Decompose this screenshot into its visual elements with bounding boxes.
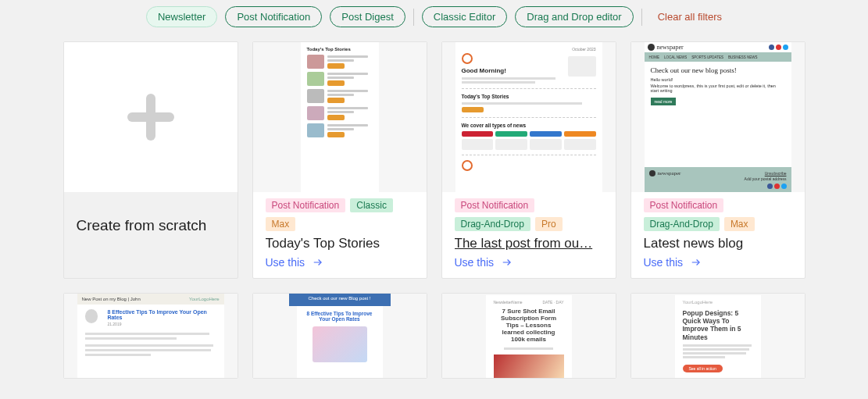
card-template-top-stories[interactable]: Today's Top Stories Post Notification Cl… bbox=[252, 41, 427, 279]
scratch-preview bbox=[64, 42, 238, 192]
filter-chip-post-digest[interactable]: Post Digest bbox=[330, 6, 405, 27]
card-template-latest-news[interactable]: newspaper HOME LOCAL NEWS SPORTS UPDATES… bbox=[630, 41, 805, 279]
tag: Max bbox=[724, 217, 755, 231]
scratch-title: Create from scratch bbox=[64, 192, 238, 234]
template-preview: Today's Top Stories bbox=[253, 42, 427, 192]
use-this-link[interactable]: Use this bbox=[644, 256, 792, 269]
preview-section: We cover all types of news bbox=[462, 123, 596, 128]
template-grid-row2: New Post on my Blog | JohnYourLogoHere 8… bbox=[0, 293, 868, 379]
use-this-link[interactable]: Use this bbox=[266, 256, 414, 269]
card-create-from-scratch[interactable]: Create from scratch bbox=[63, 41, 238, 279]
preview-brand: newspaper bbox=[648, 44, 684, 51]
template-title: The last post from ou… bbox=[455, 236, 603, 251]
card-template-row2-c[interactable]: NewsletterNameDATE · DAY 7 Sure Shot Ema… bbox=[441, 293, 616, 379]
template-preview: newspaper HOME LOCAL NEWS SPORTS UPDATES… bbox=[631, 42, 805, 192]
use-this-label: Use this bbox=[644, 256, 684, 269]
card-template-row2-b[interactable]: Check out our new Blog post ! 8 Effectiv… bbox=[252, 293, 427, 379]
use-this-label: Use this bbox=[266, 256, 305, 269]
template-tags: Post Notification Drag-And-Drop Max bbox=[644, 198, 792, 231]
filter-chip-post-notification[interactable]: Post Notification bbox=[225, 6, 322, 27]
filter-divider bbox=[641, 9, 642, 26]
plus-icon bbox=[123, 89, 179, 145]
preview-heading: Today's Top Stories bbox=[307, 47, 373, 52]
preview-section: Today's Top Stories bbox=[462, 94, 596, 99]
svg-rect-1 bbox=[127, 112, 174, 122]
filter-chip-classic-editor[interactable]: Classic Editor bbox=[422, 6, 507, 27]
tag: Max bbox=[266, 217, 296, 231]
filter-divider bbox=[413, 9, 414, 26]
tag: Post Notification bbox=[644, 198, 724, 212]
use-this-link[interactable]: Use this bbox=[455, 256, 603, 269]
tag: Drag-And-Drop bbox=[455, 217, 530, 231]
tag: Post Notification bbox=[455, 198, 535, 212]
arrow-right-icon bbox=[691, 257, 702, 268]
template-title: Latest news blog bbox=[644, 236, 792, 251]
clear-filters-link[interactable]: Clear all filters bbox=[658, 11, 722, 23]
tag: Pro bbox=[535, 217, 563, 231]
use-this-label: Use this bbox=[455, 256, 495, 269]
tag: Post Notification bbox=[266, 198, 346, 212]
card-template-row2-a[interactable]: New Post on my Blog | JohnYourLogoHere 8… bbox=[63, 293, 238, 379]
arrow-right-icon bbox=[502, 257, 513, 268]
template-tags: Post Notification Drag-And-Drop Pro bbox=[455, 198, 603, 231]
preview-headline: Check out our new blog posts! bbox=[651, 66, 785, 74]
filter-chip-newsletter[interactable]: Newsletter bbox=[146, 6, 217, 27]
card-template-row2-d[interactable]: YourLogoHere Popup Designs: 5 Quick Ways… bbox=[630, 293, 805, 379]
arrow-right-icon bbox=[313, 257, 323, 268]
preview-date: October 2023 bbox=[462, 47, 596, 52]
template-preview: October 2023 Good Morning! Today's Top S… bbox=[442, 42, 616, 192]
tag: Classic bbox=[350, 198, 393, 212]
template-grid: Create from scratch Today's Top Stories … bbox=[0, 41, 868, 279]
card-template-last-post[interactable]: October 2023 Good Morning! Today's Top S… bbox=[441, 41, 616, 279]
filters-bar: Newsletter Post Notification Post Digest… bbox=[0, 0, 868, 41]
tag: Drag-And-Drop bbox=[644, 217, 720, 231]
template-title: Today's Top Stories bbox=[266, 236, 414, 251]
filter-chip-drag-drop-editor[interactable]: Drag and Drop editor bbox=[515, 6, 633, 27]
template-tags: Post Notification Classic Max bbox=[266, 198, 414, 231]
